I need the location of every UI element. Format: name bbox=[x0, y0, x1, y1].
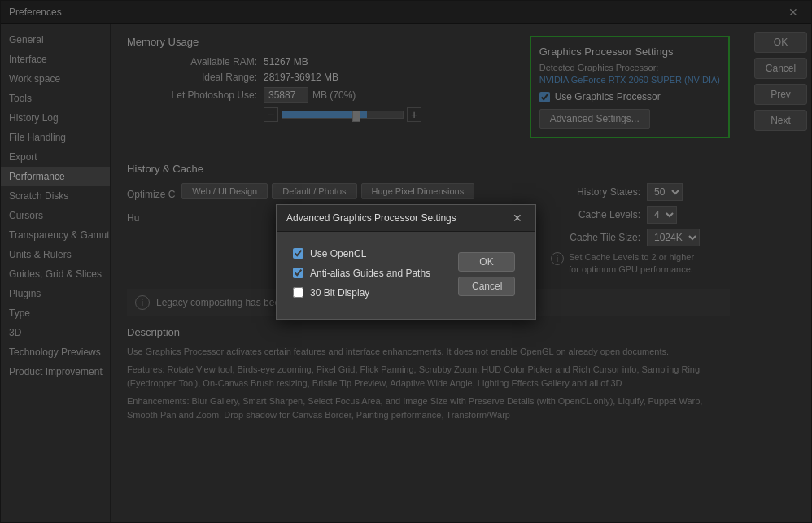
advanced-settings-modal: Advanced Graphics Processor Settings ✕ U… bbox=[276, 204, 536, 320]
modal-close-btn[interactable]: ✕ bbox=[509, 211, 526, 224]
anti-alias-label: Anti-alias Guides and Paths bbox=[310, 268, 430, 279]
anti-alias-checkbox[interactable] bbox=[293, 268, 303, 278]
modal-content-wrapper: Use OpenCL Anti-alias Guides and Paths 3… bbox=[293, 248, 519, 307]
bit-display-row: 30 Bit Display bbox=[293, 287, 454, 299]
modal-body: Use OpenCL Anti-alias Guides and Paths 3… bbox=[277, 232, 535, 319]
modal-right-buttons: OK Cancel bbox=[454, 248, 519, 307]
anti-alias-row: Anti-alias Guides and Paths bbox=[293, 268, 454, 279]
modal-left: Use OpenCL Anti-alias Guides and Paths 3… bbox=[293, 248, 454, 307]
modal-ok-btn[interactable]: OK bbox=[458, 252, 515, 272]
modal-title: Advanced Graphics Processor Settings bbox=[286, 212, 456, 224]
use-opencl-row: Use OpenCL bbox=[293, 248, 454, 259]
bit-display-checkbox[interactable] bbox=[293, 287, 303, 298]
preferences-window: Preferences ✕ GeneralInterfaceWork space… bbox=[0, 0, 812, 523]
use-opencl-checkbox[interactable] bbox=[293, 248, 303, 259]
modal-overlay[interactable]: Advanced Graphics Processor Settings ✕ U… bbox=[0, 0, 812, 523]
modal-cancel-btn[interactable]: Cancel bbox=[458, 277, 515, 296]
bit-display-label: 30 Bit Display bbox=[310, 287, 369, 299]
modal-header: Advanced Graphics Processor Settings ✕ bbox=[277, 205, 535, 232]
use-opencl-label: Use OpenCL bbox=[310, 248, 366, 259]
